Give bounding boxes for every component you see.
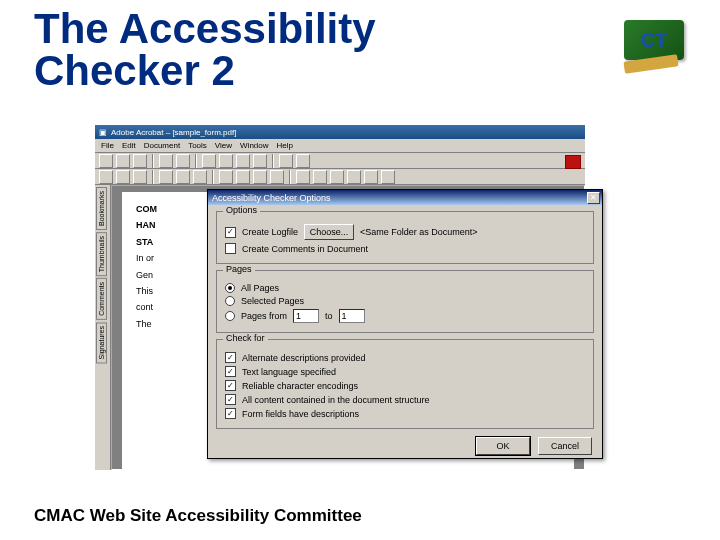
rail-thumbnails[interactable]: Thumbnails xyxy=(96,232,107,276)
create-comments-label: Create Comments in Document xyxy=(242,244,368,254)
toolbar-sep xyxy=(195,154,197,168)
menu-window[interactable]: Window xyxy=(240,141,268,150)
check-alt-desc-checkbox[interactable] xyxy=(225,352,236,363)
close-icon: ✕ xyxy=(590,194,597,202)
toolbar-button[interactable] xyxy=(236,170,250,184)
pages-legend: Pages xyxy=(223,264,255,274)
check-text-lang-checkbox[interactable] xyxy=(225,366,236,377)
app-titlebar: ▣ Adobe Acrobat – [sample_form.pdf] xyxy=(95,125,585,139)
adobe-logo-icon xyxy=(565,155,581,169)
toolbar-button[interactable] xyxy=(133,170,147,184)
check-char-enc-label: Reliable character encodings xyxy=(242,381,358,391)
pages-to-input[interactable] xyxy=(339,309,365,323)
accessibility-checker-dialog: Accessibility Checker Options ✕ Options … xyxy=(207,189,603,459)
toolbar-button[interactable] xyxy=(364,170,378,184)
toolbar-button[interactable] xyxy=(279,154,293,168)
toolbar-button[interactable] xyxy=(381,170,395,184)
create-comments-checkbox[interactable] xyxy=(225,243,236,254)
dialog-button-row: OK Cancel xyxy=(208,433,602,461)
toolbar-button[interactable] xyxy=(159,154,173,168)
check-formfields-checkbox[interactable] xyxy=(225,408,236,419)
toolbar-button[interactable] xyxy=(193,170,207,184)
rail-bookmarks[interactable]: Bookmarks xyxy=(96,187,107,230)
menu-document[interactable]: Document xyxy=(144,141,180,150)
rail-comments[interactable]: Comments xyxy=(96,278,107,320)
toolbar-button[interactable] xyxy=(133,154,147,168)
menu-file[interactable]: File xyxy=(101,141,114,150)
pages-from-input[interactable] xyxy=(293,309,319,323)
ct-logo: CT xyxy=(618,14,690,74)
toolbar-button[interactable] xyxy=(116,170,130,184)
all-pages-label: All Pages xyxy=(241,283,279,293)
toolbar-sep xyxy=(152,170,154,184)
nav-last-icon[interactable] xyxy=(253,154,267,168)
menu-edit[interactable]: Edit xyxy=(122,141,136,150)
toolbar-button[interactable] xyxy=(176,154,190,168)
toolbar-button[interactable] xyxy=(270,170,284,184)
pages-group: Pages All Pages Selected Pages Pages fro… xyxy=(216,270,594,333)
pages-from-label: Pages from xyxy=(241,311,287,321)
dialog-titlebar: Accessibility Checker Options ✕ xyxy=(208,190,602,205)
toolbar-button[interactable] xyxy=(219,170,233,184)
toolbar-button[interactable] xyxy=(296,154,310,168)
check-text-lang-label: Text language specified xyxy=(242,367,336,377)
toolbar-button[interactable] xyxy=(99,154,113,168)
nav-first-icon[interactable] xyxy=(202,154,216,168)
dialog-title: Accessibility Checker Options xyxy=(212,193,331,203)
pages-to-label: to xyxy=(325,311,333,321)
app-title: Adobe Acrobat – [sample_form.pdf] xyxy=(111,128,236,137)
toolbar-button[interactable] xyxy=(116,154,130,168)
create-logfile-label: Create Logfile xyxy=(242,227,298,237)
app-titlebar-icon: ▣ xyxy=(99,128,107,137)
check-alt-desc-label: Alternate descriptions provided xyxy=(242,353,366,363)
nav-next-icon[interactable] xyxy=(236,154,250,168)
slide-title-line2: Checker 2 xyxy=(34,47,235,94)
toolbar-2 xyxy=(95,169,585,185)
close-button[interactable]: ✕ xyxy=(587,192,600,204)
options-legend: Options xyxy=(223,205,260,215)
check-structure-label: All content contained in the document st… xyxy=(242,395,430,405)
menu-tools[interactable]: Tools xyxy=(188,141,207,150)
toolbar-button[interactable] xyxy=(330,170,344,184)
screenshot: ▣ Adobe Acrobat – [sample_form.pdf] File… xyxy=(95,125,585,470)
toolbar-button[interactable] xyxy=(347,170,361,184)
check-char-enc-checkbox[interactable] xyxy=(225,380,236,391)
menubar: File Edit Document Tools View Window Hel… xyxy=(95,139,585,153)
rail-signatures[interactable]: Signatures xyxy=(96,322,107,363)
create-logfile-checkbox[interactable] xyxy=(225,227,236,238)
selected-pages-radio[interactable] xyxy=(225,296,235,306)
toolbar-sep xyxy=(272,154,274,168)
check-structure-checkbox[interactable] xyxy=(225,394,236,405)
slide-footer: CMAC Web Site Accessibility Committee xyxy=(34,506,362,526)
toolbar-sep xyxy=(152,154,154,168)
all-pages-radio[interactable] xyxy=(225,283,235,293)
toolbar-button[interactable] xyxy=(176,170,190,184)
toolbar-button[interactable] xyxy=(313,170,327,184)
toolbar-button[interactable] xyxy=(253,170,267,184)
menu-help[interactable]: Help xyxy=(277,141,293,150)
checkfor-legend: Check for xyxy=(223,333,268,343)
toolbar-button[interactable] xyxy=(99,170,113,184)
slide-title-line1: The Accessibility xyxy=(34,5,376,52)
ok-button[interactable]: OK xyxy=(476,437,530,455)
cancel-button[interactable]: Cancel xyxy=(538,437,592,455)
nav-prev-icon[interactable] xyxy=(219,154,233,168)
options-group: Options Create Logfile Choose... <Same F… xyxy=(216,211,594,264)
toolbar-sep xyxy=(289,170,291,184)
menu-view[interactable]: View xyxy=(215,141,232,150)
side-rail: Bookmarks Thumbnails Comments Signatures xyxy=(95,185,111,470)
toolbar-1 xyxy=(95,153,585,169)
check-formfields-label: Form fields have descriptions xyxy=(242,409,359,419)
toolbar-button[interactable] xyxy=(159,170,173,184)
toolbar-sep xyxy=(212,170,214,184)
pages-from-radio[interactable] xyxy=(225,311,235,321)
folder-path-text: <Same Folder as Document> xyxy=(360,227,478,237)
slide-title: The Accessibility Checker 2 xyxy=(34,8,376,92)
checkfor-group: Check for Alternate descriptions provide… xyxy=(216,339,594,429)
choose-folder-button[interactable]: Choose... xyxy=(304,224,354,240)
toolbar-button[interactable] xyxy=(296,170,310,184)
selected-pages-label: Selected Pages xyxy=(241,296,304,306)
